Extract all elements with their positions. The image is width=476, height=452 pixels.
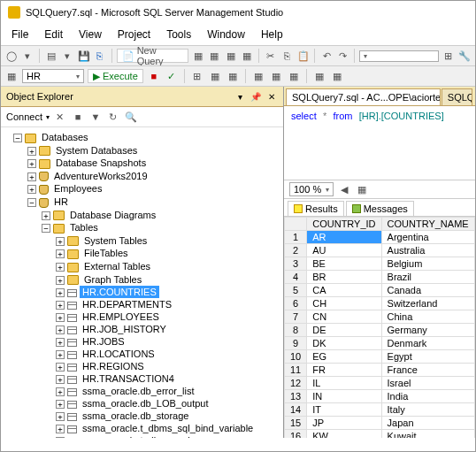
- expand-icon[interactable]: +: [56, 350, 65, 359]
- tree-table-jobhistory[interactable]: HR.JOB_HISTORY: [80, 323, 169, 335]
- tab-results[interactable]: Results: [288, 201, 344, 216]
- db4-icon[interactable]: ▦: [241, 49, 254, 63]
- cell-country-name[interactable]: Belgium: [381, 257, 474, 271]
- row-header[interactable]: 3: [285, 257, 307, 271]
- cell-country-id[interactable]: IN: [307, 390, 381, 403]
- zoom-next-icon[interactable]: ▦: [355, 182, 369, 196]
- db2-icon[interactable]: ▦: [208, 49, 221, 63]
- opt1-icon[interactable]: ▦: [251, 69, 265, 83]
- tree-filetables[interactable]: FileTables: [81, 247, 131, 259]
- row-header[interactable]: 10: [285, 350, 307, 364]
- sql-editor[interactable]: select * from [HR].[COUNTRIES]: [284, 106, 475, 180]
- cell-country-id[interactable]: KW: [307, 430, 381, 439]
- cell-country-name[interactable]: China: [381, 310, 474, 324]
- col-country-name[interactable]: COUNTRY_NAME: [381, 218, 474, 231]
- grid-icon[interactable]: ▦: [208, 69, 222, 83]
- paste-icon[interactable]: 📋: [296, 49, 310, 63]
- database-selector[interactable]: HR▾: [22, 69, 84, 83]
- row-header[interactable]: 15: [285, 417, 307, 430]
- tree-table-departments[interactable]: HR.DEPARTMENTS: [80, 298, 174, 310]
- tree-table-errorlist[interactable]: ssma_oracle.db_error_list: [80, 385, 197, 397]
- object-explorer-tree[interactable]: −Databases +System Databases +Database S…: [1, 127, 283, 438]
- row-header[interactable]: 11: [285, 364, 307, 377]
- table-row[interactable]: 5CACanada2: [285, 284, 476, 297]
- tab-messages[interactable]: Messages: [346, 201, 414, 216]
- zoom-selector[interactable]: 100 %▾: [289, 182, 334, 196]
- menu-edit[interactable]: Edit: [37, 26, 70, 43]
- cell-country-id[interactable]: IT: [307, 403, 381, 417]
- connect-button[interactable]: Connect: [6, 111, 42, 122]
- cell-region-id[interactable]: 3: [474, 310, 475, 324]
- tree-external-tables[interactable]: External Tables: [81, 260, 153, 272]
- cell-country-id[interactable]: DK: [307, 337, 381, 350]
- expand-icon[interactable]: +: [56, 375, 65, 384]
- cell-region-id[interactable]: 1: [474, 337, 475, 350]
- cell-region-id[interactable]: 1: [474, 257, 475, 271]
- expand-icon[interactable]: +: [56, 237, 65, 246]
- expand-icon[interactable]: +: [56, 338, 65, 347]
- close-icon[interactable]: ✕: [265, 90, 278, 103]
- tree-table-cursor[interactable]: ssma_oracle.t_dbms_sql_cursor: [80, 434, 225, 438]
- cell-region-id[interactable]: 1: [474, 324, 475, 337]
- tree-table-transaction4[interactable]: HR.TRANSACTION4: [80, 372, 177, 385]
- db3-icon[interactable]: ▦: [224, 49, 237, 63]
- table-row[interactable]: 14ITItaly1: [285, 403, 476, 417]
- table-row[interactable]: 3BEBelgium1: [285, 257, 476, 271]
- expand-icon[interactable]: +: [56, 412, 65, 421]
- oe-filter-icon[interactable]: ▼: [88, 110, 103, 124]
- cell-country-name[interactable]: Brazil: [381, 271, 474, 284]
- cell-country-name[interactable]: Argentina: [381, 231, 474, 244]
- cut-icon[interactable]: ✂: [264, 49, 277, 63]
- cell-country-id[interactable]: BE: [307, 257, 381, 271]
- expand-icon[interactable]: +: [56, 301, 65, 310]
- pin2-icon[interactable]: 📌: [250, 90, 262, 103]
- menu-tools[interactable]: Tools: [159, 26, 198, 43]
- menu-file[interactable]: File: [4, 26, 35, 43]
- row-header[interactable]: 14: [285, 403, 307, 417]
- cell-region-id[interactable]: 1: [474, 403, 475, 417]
- expand-icon[interactable]: +: [56, 387, 65, 396]
- cell-country-name[interactable]: Canada: [381, 284, 474, 297]
- results-grid[interactable]: COUNTRY_ID COUNTRY_NAME REGION_ID 1ARArg…: [284, 217, 475, 438]
- table-row[interactable]: 12ILIsrael4: [285, 377, 476, 390]
- table-row[interactable]: 8DEGermany1: [285, 324, 476, 337]
- pin-icon[interactable]: ▾: [234, 90, 246, 103]
- menu-help[interactable]: Help: [254, 26, 290, 43]
- tree-table-employees[interactable]: HR.EMPLOYEES: [80, 310, 162, 323]
- new-query-button[interactable]: 📄 New Query: [117, 49, 189, 63]
- tree-db-adventureworks[interactable]: AdventureWorks2019: [51, 170, 150, 182]
- cell-country-id[interactable]: CH: [307, 297, 381, 310]
- tree-db-snapshots[interactable]: Database Snapshots: [53, 157, 149, 169]
- expand-icon[interactable]: +: [27, 172, 36, 181]
- cell-region-id[interactable]: 4: [474, 350, 475, 364]
- cell-region-id[interactable]: 3: [474, 231, 475, 244]
- row-header[interactable]: 12: [285, 377, 307, 390]
- opt3-icon[interactable]: ▦: [287, 69, 301, 83]
- row-header[interactable]: 4: [285, 271, 307, 284]
- opt4-icon[interactable]: ▦: [312, 69, 326, 83]
- menu-project[interactable]: Project: [111, 26, 157, 43]
- cell-country-name[interactable]: Switzerland: [381, 297, 474, 310]
- tree-table-bindvar[interactable]: ssma_oracle.t_dbms_sql_bind_variable: [80, 422, 256, 434]
- row-header[interactable]: 6: [285, 297, 307, 310]
- expand-icon[interactable]: +: [56, 437, 65, 438]
- tree-table-jobs[interactable]: HR.JOBS: [80, 335, 127, 348]
- tree-system-databases[interactable]: System Databases: [53, 144, 140, 157]
- new-icon[interactable]: ▤: [44, 49, 58, 63]
- table-row[interactable]: 9DKDenmark1: [285, 337, 476, 350]
- col-region-id[interactable]: REGION_ID: [474, 218, 475, 231]
- expand-icon[interactable]: +: [27, 147, 36, 156]
- find-combo[interactable]: ▾: [359, 50, 439, 62]
- tools-icon[interactable]: 🔧: [458, 49, 472, 63]
- expand-icon[interactable]: +: [27, 159, 36, 168]
- table-row[interactable]: 11FRFrance1: [285, 364, 476, 377]
- row-header[interactable]: 13: [285, 390, 307, 403]
- expand-icon[interactable]: +: [56, 249, 65, 258]
- tree-system-tables[interactable]: System Tables: [81, 234, 150, 247]
- expand-icon[interactable]: +: [56, 425, 65, 433]
- saveall-icon[interactable]: ⎘: [93, 49, 106, 63]
- open-icon[interactable]: ▾: [60, 49, 73, 63]
- row-header[interactable]: 2: [285, 244, 307, 257]
- table-row[interactable]: 16KWKuwait4: [285, 430, 476, 439]
- table-row[interactable]: 13INIndia3: [285, 390, 476, 403]
